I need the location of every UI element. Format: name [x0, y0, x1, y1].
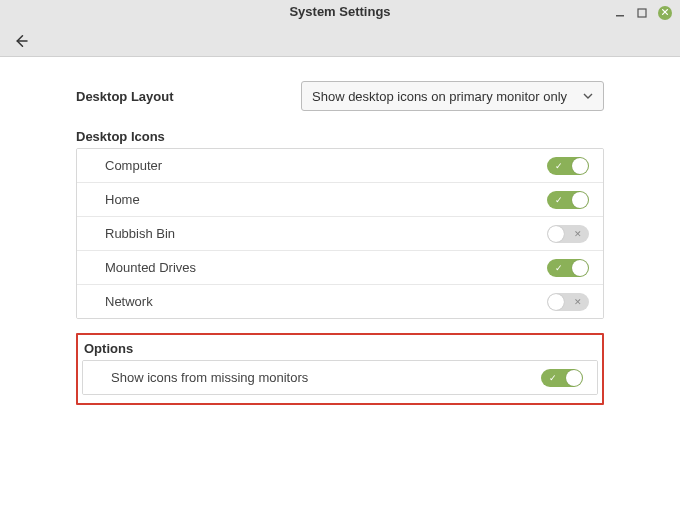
maximize-icon[interactable]	[636, 7, 648, 19]
list-item: Home✓	[77, 183, 603, 217]
desktop_icons-label: Home	[105, 192, 140, 207]
back-button[interactable]	[12, 32, 32, 52]
x-icon: ✕	[574, 297, 582, 306]
desktop_icons-label: Mounted Drives	[105, 260, 196, 275]
options-label: Show icons from missing monitors	[111, 370, 308, 385]
window-title: System Settings	[0, 0, 680, 19]
toggle-knob	[572, 158, 588, 174]
desktop-layout-row: Desktop Layout Show desktop icons on pri…	[76, 81, 604, 111]
list-item: Network✕	[77, 285, 603, 318]
content-area: Desktop Layout Show desktop icons on pri…	[0, 57, 680, 405]
options-heading: Options	[84, 341, 598, 356]
desktop-icons-heading: Desktop Icons	[76, 129, 604, 144]
desktop-layout-label: Desktop Layout	[76, 89, 301, 104]
desktop_icons-label: Network	[105, 294, 153, 309]
desktop_icons-toggle[interactable]: ✓	[547, 157, 589, 175]
minimize-icon[interactable]	[614, 7, 626, 19]
select-value: Show desktop icons on primary monitor on…	[312, 89, 567, 104]
desktop_icons-label: Computer	[105, 158, 162, 173]
toggle-knob	[566, 370, 582, 386]
desktop_icons-toggle[interactable]: ✓	[547, 191, 589, 209]
toggle-knob	[572, 260, 588, 276]
svg-rect-1	[638, 9, 646, 17]
close-icon[interactable]	[658, 6, 672, 20]
list-item: Mounted Drives✓	[77, 251, 603, 285]
list-item: Show icons from missing monitors✓	[83, 361, 597, 394]
desktop_icons-toggle[interactable]: ✕	[547, 225, 589, 243]
list-item: Computer✓	[77, 149, 603, 183]
options-toggle[interactable]: ✓	[541, 369, 583, 387]
chevron-down-icon	[583, 89, 593, 104]
toggle-knob	[548, 226, 564, 242]
toggle-knob	[572, 192, 588, 208]
options-list: Show icons from missing monitors✓	[82, 360, 598, 395]
window-controls	[614, 6, 672, 20]
desktop-icons-list: Computer✓Home✓Rubbish Bin✕Mounted Drives…	[76, 148, 604, 319]
toggle-knob	[548, 294, 564, 310]
x-icon: ✕	[574, 229, 582, 238]
list-item: Rubbish Bin✕	[77, 217, 603, 251]
options-highlight: Options Show icons from missing monitors…	[76, 333, 604, 405]
desktop-layout-select[interactable]: Show desktop icons on primary monitor on…	[301, 81, 604, 111]
check-icon: ✓	[555, 195, 563, 204]
titlebar: System Settings	[0, 0, 680, 57]
check-icon: ✓	[555, 161, 563, 170]
desktop_icons-toggle[interactable]: ✓	[547, 259, 589, 277]
svg-rect-0	[616, 15, 624, 17]
desktop_icons-toggle[interactable]: ✕	[547, 293, 589, 311]
check-icon: ✓	[549, 373, 557, 382]
desktop_icons-label: Rubbish Bin	[105, 226, 175, 241]
check-icon: ✓	[555, 263, 563, 272]
